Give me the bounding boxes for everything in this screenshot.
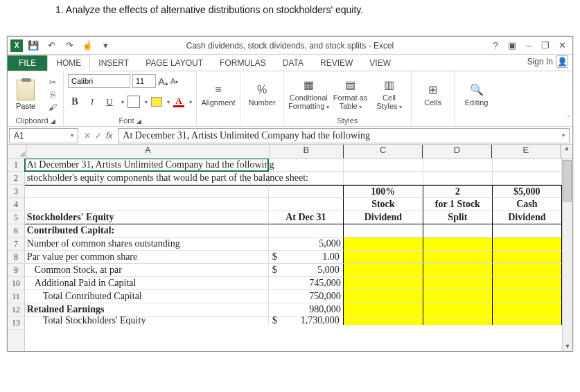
row-header-13[interactable]: 13 <box>8 317 24 330</box>
cell-D2[interactable] <box>423 172 493 185</box>
cell-B8[interactable]: $1.00 <box>269 251 344 264</box>
tab-review[interactable]: REVIEW <box>312 55 361 71</box>
font-size-input[interactable] <box>132 74 156 88</box>
col-header-A[interactable]: A <box>27 145 270 158</box>
cell-C5[interactable]: Dividend <box>344 211 423 224</box>
cell-B9[interactable]: $5,000 <box>269 264 344 277</box>
cell-C7[interactable] <box>344 238 423 251</box>
cell-B4[interactable] <box>269 198 344 211</box>
collapse-ribbon-icon[interactable]: ˆ <box>568 116 570 123</box>
cell-E13[interactable] <box>493 317 562 325</box>
bold-button[interactable]: B <box>68 95 82 109</box>
cell-D11[interactable] <box>423 290 493 303</box>
cell-C2[interactable] <box>344 172 423 185</box>
tab-file[interactable]: FILE <box>8 55 47 71</box>
font-color-button[interactable]: A <box>173 97 184 107</box>
select-all-button[interactable] <box>8 145 27 158</box>
tab-view[interactable]: VIEW <box>361 55 399 71</box>
cell-E2[interactable] <box>493 172 562 185</box>
cell-B12[interactable]: 980,000 <box>269 303 344 317</box>
col-header-D[interactable]: D <box>423 145 491 158</box>
cell-D3[interactable]: 2 <box>423 185 493 198</box>
scroll-thumb[interactable] <box>563 160 572 202</box>
row-header-12[interactable]: 12 <box>8 303 24 317</box>
tab-home[interactable]: HOME <box>47 55 90 71</box>
ribbon-options-icon[interactable]: ▣ <box>506 40 518 51</box>
qat-customize-icon[interactable]: ▾ <box>98 38 113 53</box>
cell-C13[interactable] <box>344 317 423 325</box>
cell-E6[interactable] <box>493 224 562 238</box>
enter-formula-icon[interactable]: ✓ <box>95 131 102 141</box>
shrink-font-icon[interactable]: A▾ <box>170 77 178 85</box>
cell-D13[interactable] <box>423 317 493 325</box>
cell-B6[interactable] <box>269 224 344 238</box>
cell-D6[interactable] <box>423 224 493 238</box>
underline-button[interactable]: U <box>103 95 116 109</box>
cell-C3[interactable]: 100% <box>344 185 423 198</box>
cell-B5[interactable]: At Dec 31 <box>269 211 344 224</box>
row-header-9[interactable]: 9 <box>8 264 24 277</box>
cell-B3[interactable] <box>269 185 344 198</box>
cell-A9[interactable]: Common Stock, at par <box>25 264 269 277</box>
row-header-10[interactable]: 10 <box>8 277 24 290</box>
cell-A4[interactable] <box>25 198 269 211</box>
cell-B13[interactable]: $1,730,000 <box>269 317 344 325</box>
cell-D4[interactable]: for 1 Stock <box>423 198 493 211</box>
row-header-11[interactable]: 11 <box>8 290 24 303</box>
copy-icon[interactable]: ⎘ <box>46 89 59 100</box>
cell-A8[interactable]: Par value per common share <box>25 251 269 264</box>
redo-icon[interactable]: ↷ <box>62 38 77 53</box>
cell-E3[interactable]: $5,000 <box>493 185 562 198</box>
cell-B11[interactable]: 750,000 <box>269 290 344 303</box>
cell-C10[interactable] <box>344 277 423 290</box>
cell-E11[interactable] <box>493 290 562 303</box>
save-icon[interactable]: 💾 <box>26 38 41 53</box>
tab-insert[interactable]: INSERT <box>90 55 137 71</box>
cell-C9[interactable] <box>344 264 423 277</box>
cell-A2[interactable]: stockholder's equity components that wou… <box>25 172 269 185</box>
cell-E4[interactable]: Cash <box>493 198 562 211</box>
format-as-table-button[interactable]: ▤ Format asTable▾ <box>333 78 368 112</box>
scroll-up-icon[interactable]: ▲ <box>561 145 572 158</box>
cell-E9[interactable] <box>493 264 562 277</box>
cell-B7[interactable]: 5,000 <box>269 238 344 251</box>
cancel-formula-icon[interactable]: ✕ <box>84 131 91 141</box>
cell-E1[interactable] <box>493 159 562 172</box>
cell-E8[interactable] <box>493 251 562 264</box>
cell-A6[interactable]: Contributed Capital: <box>25 224 269 238</box>
font-name-input[interactable] <box>68 74 130 88</box>
cells-area[interactable]: At December 31, Artists Unlimited Compan… <box>25 159 562 351</box>
alignment-button[interactable]: ≡ Alignment <box>201 83 236 107</box>
cell-A1[interactable]: At December 31, Artists Unlimited Compan… <box>25 159 269 172</box>
grow-font-icon[interactable]: A▴ <box>158 75 168 87</box>
insert-function-icon[interactable]: fx <box>106 131 112 141</box>
cell-A12[interactable]: Retained Earnings <box>25 303 269 317</box>
cell-C11[interactable] <box>344 290 423 303</box>
cell-E12[interactable] <box>493 303 562 317</box>
paste-button[interactable]: Paste <box>12 80 39 110</box>
cell-A5[interactable]: Stockholders' Equity <box>25 211 269 224</box>
cell-B2[interactable] <box>269 172 344 185</box>
conditional-formatting-button[interactable]: ▦ ConditionalFormatting▾ <box>288 78 329 112</box>
fill-color-button[interactable] <box>151 97 162 107</box>
name-box[interactable]: A1 ▾ <box>9 128 78 143</box>
cell-A10[interactable]: Additional Paid in Capital <box>25 277 269 290</box>
vertical-scrollbar[interactable]: ▼ <box>562 159 572 351</box>
cut-icon[interactable]: ✂ <box>46 77 59 88</box>
cell-B1[interactable] <box>269 159 344 172</box>
scroll-down-icon[interactable]: ▼ <box>564 343 570 350</box>
sign-in[interactable]: Sign In 👤 <box>523 53 572 71</box>
row-header-2[interactable]: 2 <box>8 172 24 185</box>
cells-button[interactable]: ⊞ Cells <box>416 83 450 107</box>
cell-D10[interactable] <box>423 277 493 290</box>
cell-D1[interactable] <box>423 159 493 172</box>
cell-D9[interactable] <box>423 264 493 277</box>
cell-A13[interactable]: Total Stockholders' Equity <box>25 317 269 325</box>
cell-A7[interactable]: Number of common shares outstanding <box>25 238 269 251</box>
row-header-8[interactable]: 8 <box>8 251 24 264</box>
editing-button[interactable]: 🔍 Editing <box>459 83 494 107</box>
undo-icon[interactable]: ↶ <box>44 38 59 53</box>
number-button[interactable]: % Number <box>245 83 279 107</box>
tab-data[interactable]: DATA <box>274 55 312 71</box>
cell-A11[interactable]: Total Contributed Capital <box>25 290 269 303</box>
